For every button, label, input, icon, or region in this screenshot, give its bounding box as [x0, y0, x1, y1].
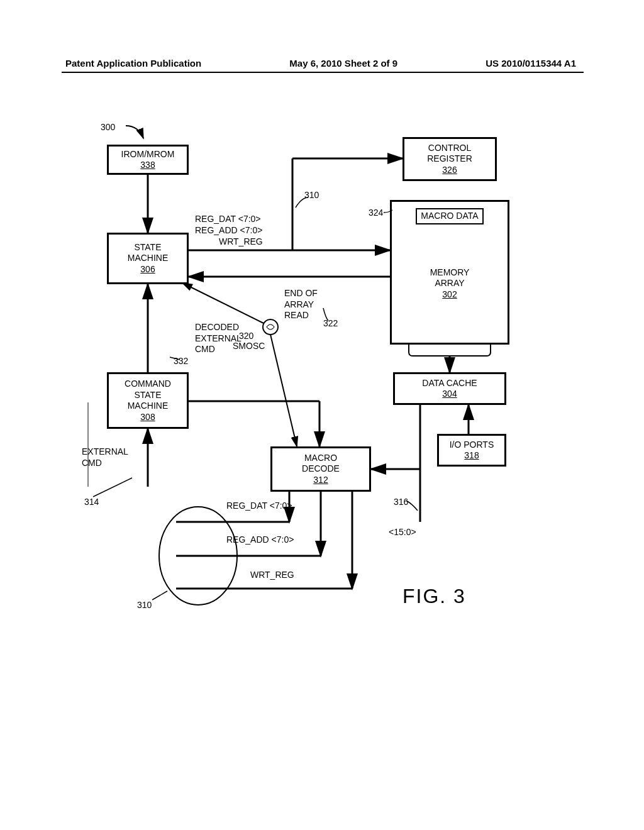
svg-point-6: [263, 319, 278, 335]
svg-line-26: [152, 591, 167, 600]
header-left: Patent Application Publication: [65, 58, 201, 69]
connectors: [107, 145, 535, 660]
diagram-ref-300: 300: [101, 122, 115, 133]
header-right: US 2010/0115344 A1: [486, 58, 576, 69]
external-cmd-ref: 314: [84, 497, 99, 508]
svg-line-8: [270, 335, 297, 446]
svg-line-12: [93, 478, 132, 497]
page-header: Patent Application Publication May 6, 20…: [0, 58, 644, 69]
header-center: May 6, 2010 Sheet 2 of 9: [289, 58, 397, 69]
svg-line-7: [182, 283, 264, 323]
header-rule: [62, 72, 584, 73]
block-diagram: 300 IROM/MROM 338 CONTROL REGISTER 326 S…: [107, 145, 535, 660]
